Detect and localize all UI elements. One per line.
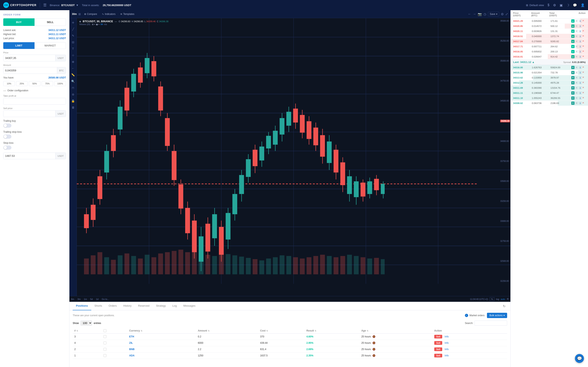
row-select-checkbox[interactable] [104, 342, 106, 344]
undo-icon[interactable]: ← [468, 12, 471, 16]
pair-dropdown-icon[interactable]: ▼ [76, 4, 79, 7]
entries-select[interactable]: 100 25 50 [80, 320, 92, 325]
currency-link[interactable]: ADA [129, 354, 135, 357]
tab-reserved[interactable]: Reserved [135, 302, 153, 310]
trailing-buy-toggle[interactable] [3, 124, 11, 128]
ask-plus-btn[interactable]: + [575, 30, 578, 33]
col-age-header[interactable]: Age ⇅ [360, 328, 433, 334]
timeframe-3m[interactable]: 3m [77, 298, 80, 300]
ask-up-btn[interactable]: ▲ [571, 19, 575, 23]
timeframe-selector[interactable]: 30m [72, 13, 77, 16]
ask-info-btn[interactable]: ℹ [579, 30, 582, 33]
text-tool[interactable]: T [70, 46, 76, 52]
timeframe-1d[interactable]: 1d [96, 298, 98, 300]
info-link[interactable]: Info [445, 348, 449, 351]
tab-log[interactable]: Log [169, 302, 180, 310]
ruler-tool[interactable]: 📏 [70, 72, 76, 78]
pct-toggle[interactable]: % [490, 297, 494, 301]
limit-button[interactable]: LIMIT [3, 42, 35, 49]
take-profit-input[interactable] [3, 98, 66, 104]
currency-link[interactable]: BNB [129, 348, 135, 351]
timeframe-5d[interactable]: 5d [90, 298, 93, 300]
sell-button[interactable]: SELL [35, 18, 66, 26]
market-orders-check[interactable]: ✓ Market orders [465, 314, 484, 317]
camera-icon[interactable]: 📷 [478, 12, 482, 16]
redo-icon[interactable]: → [473, 12, 476, 16]
search-input[interactable] [475, 320, 507, 325]
market-button[interactable]: MARKET [35, 42, 66, 49]
dollar-icon[interactable]: $ [548, 3, 549, 7]
sell-badge[interactable]: Sell [434, 347, 442, 351]
row-select-checkbox[interactable] [104, 354, 106, 357]
col-amount-header[interactable]: Amount ⇅ [196, 328, 259, 334]
stop-loss-toggle[interactable] [3, 146, 11, 150]
buy-button[interactable]: BUY [3, 18, 35, 26]
tab-strategy[interactable]: Strategy [153, 302, 169, 310]
tab-positions[interactable]: Positions [73, 302, 91, 310]
tab-shorts[interactable]: Shorts [91, 302, 105, 310]
currency-link[interactable]: ZIL [129, 342, 133, 344]
measure-tool[interactable]: ⊹ [70, 52, 76, 58]
trash-tool[interactable]: 🗑 [70, 105, 76, 110]
settings-icon[interactable]: ⚙ [553, 3, 556, 7]
bid-plus-btn[interactable]: + [575, 71, 578, 74]
templates-button[interactable]: ≋ Templates [119, 12, 136, 16]
chat-button[interactable]: 💬 [575, 354, 584, 363]
draw-tool[interactable]: ✎ [70, 33, 76, 39]
info-link[interactable]: Info [445, 354, 449, 357]
clock-icon[interactable]: ◷ [484, 12, 486, 16]
pct-100-button[interactable]: 100% [54, 81, 66, 86]
currency-link[interactable]: ETH [129, 335, 134, 338]
magnet-tool[interactable]: ⊓ [70, 85, 76, 91]
sell-badge[interactable]: Sell [434, 335, 442, 338]
indicators-button[interactable]: ∿ Indicators [100, 12, 117, 16]
pair-name[interactable]: BTC/USDT [61, 4, 75, 7]
tab-history[interactable]: History [120, 302, 135, 310]
price-range-tool[interactable]: ⊟ [70, 39, 76, 45]
user-icon[interactable]: 👤 [581, 3, 585, 7]
eye-tool[interactable]: ⊜ [70, 92, 76, 97]
compare-button[interactable]: ⊕ Compare [82, 12, 99, 16]
auto-toggle[interactable]: auto [501, 298, 505, 300]
timeframe-1m[interactable]: 1m [84, 298, 87, 300]
info-link[interactable]: Info [445, 335, 449, 338]
crosshair-tool[interactable]: ✛ [70, 20, 76, 25]
info-link[interactable]: Info [445, 342, 449, 344]
timeframe-6m[interactable]: 6m [71, 298, 74, 300]
chart-settings-icon[interactable]: ⚙ [507, 298, 509, 300]
pct-25-button[interactable]: 25% [16, 81, 28, 86]
sell-badge[interactable]: Sell [434, 341, 442, 345]
highest-bid-value[interactable]: 34311.11 USDT [48, 33, 66, 36]
line-tool[interactable]: ╱ [70, 26, 76, 32]
ask-plus-btn[interactable]: + [575, 19, 578, 23]
row-select-checkbox[interactable] [104, 335, 106, 338]
zoom-tool[interactable]: 🔍 [70, 78, 76, 84]
save-button[interactable]: Save ▾ [488, 12, 499, 16]
lowest-ask-value[interactable]: 34311.12 USDT [48, 29, 66, 32]
trailing-stop-loss-toggle[interactable] [3, 134, 11, 139]
bid-down-btn[interactable]: ▼ [571, 71, 575, 74]
last-price-value[interactable]: 34311.12 USDT [48, 37, 66, 40]
price-input[interactable] [3, 55, 55, 61]
bottom-input[interactable] [3, 153, 55, 159]
default-view-btn[interactable]: ⊞ Default view [526, 4, 544, 7]
fullscreen-icon[interactable]: ⤢ [505, 12, 508, 16]
pct-10-button[interactable]: 10% [3, 81, 15, 86]
amount-input[interactable] [3, 67, 57, 74]
candle-type-icon[interactable]: ⊞ [78, 12, 81, 16]
sell-badge[interactable]: Sell [434, 354, 442, 358]
ask-up-btn[interactable]: ▲ [571, 30, 575, 33]
col-cost-header[interactable]: Cost ⇅ [259, 328, 305, 334]
hamburger-menu[interactable]: ☰ [43, 3, 47, 7]
ask-plus-btn[interactable]: + [575, 50, 578, 53]
pct-75-button[interactable]: 75% [42, 81, 53, 86]
bulk-actions-button[interactable]: Bulk actions ▾ [487, 313, 507, 318]
refresh-icon[interactable]: ↻ [501, 302, 507, 310]
pct-50-button[interactable]: 50% [29, 81, 40, 86]
order-config-toggle[interactable]: — Order configuration [3, 89, 66, 92]
logo[interactable]: CH CRYPTOHOPPER [3, 2, 36, 8]
arrow-tool[interactable]: ← [70, 66, 76, 71]
notifications-icon[interactable]: 💬 [573, 3, 577, 7]
goto-button[interactable]: Go to... [102, 298, 109, 300]
row-select-checkbox[interactable] [104, 348, 106, 351]
